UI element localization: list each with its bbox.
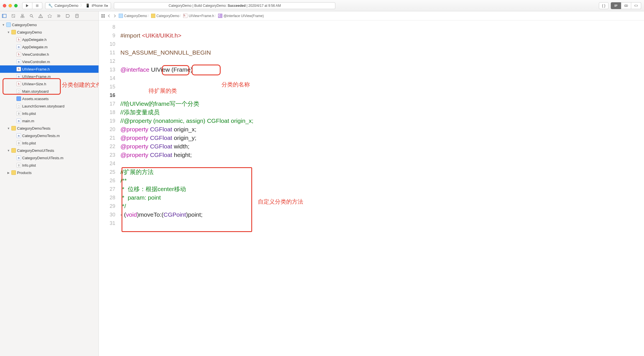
plist-icon: ≣ bbox=[16, 141, 21, 145]
code-line[interactable]: @property CGFloat height; bbox=[120, 151, 644, 159]
tree-row[interactable]: hUIView+Frame.h bbox=[0, 65, 99, 73]
code-line[interactable] bbox=[120, 40, 644, 48]
m-icon: m bbox=[16, 119, 21, 123]
svg-rect-12 bbox=[23, 16, 24, 18]
line-number: 28 bbox=[99, 193, 115, 202]
back-button[interactable] bbox=[107, 14, 111, 18]
run-button[interactable] bbox=[22, 2, 32, 9]
tree-row[interactable]: mUIView+Frame.m bbox=[0, 73, 99, 80]
line-number: 26 bbox=[99, 176, 115, 185]
tree-row[interactable]: ≣Info.plist bbox=[0, 110, 99, 117]
tree-row[interactable]: mViewController.m bbox=[0, 58, 99, 65]
jumpbar-crumb[interactable]: CategoryDemo bbox=[151, 14, 179, 18]
code-line[interactable] bbox=[120, 23, 644, 31]
project-tree[interactable]: ▼CategoryDemo▼CategoryDemohAppDelegate.h… bbox=[0, 20, 99, 356]
tree-row[interactable]: ▼CategoryDemo bbox=[0, 28, 99, 36]
m-icon: m bbox=[16, 156, 21, 160]
project-navigator-tab[interactable] bbox=[2, 13, 7, 18]
tree-row[interactable]: hUIView+Size.h bbox=[0, 80, 99, 88]
svg-rect-25 bbox=[103, 16, 105, 17]
issue-navigator-tab[interactable] bbox=[38, 13, 43, 18]
code-line[interactable] bbox=[120, 219, 644, 227]
code-line[interactable]: * 位移：根据center移动 bbox=[120, 185, 644, 193]
run-stop-segment bbox=[22, 2, 42, 9]
tree-row[interactable]: mCategoryDemoTests.m bbox=[0, 132, 99, 139]
code-line[interactable]: //@property (nonatomic, assign) CGFloat … bbox=[120, 117, 644, 125]
tree-row[interactable]: Assets.xcassets bbox=[0, 95, 99, 102]
code-line[interactable] bbox=[120, 91, 644, 100]
code-line[interactable]: * param: point bbox=[120, 193, 644, 202]
fullscreen-window-button[interactable] bbox=[14, 4, 18, 7]
tree-row[interactable]: ≣Info.plist bbox=[0, 139, 99, 147]
report-navigator-tab[interactable] bbox=[74, 13, 80, 18]
forward-button[interactable] bbox=[113, 14, 116, 18]
related-items-button[interactable] bbox=[101, 14, 105, 18]
source-control-navigator-tab[interactable] bbox=[11, 13, 16, 18]
code-line[interactable]: @property CGFloat origin_y; bbox=[120, 134, 644, 142]
code-line[interactable]: @property CGFloat width; bbox=[120, 142, 644, 151]
tree-row[interactable]: hViewController.h bbox=[0, 51, 99, 58]
debug-navigator-tab[interactable] bbox=[56, 13, 61, 18]
h-icon: h bbox=[183, 14, 187, 18]
disclosure-triangle[interactable]: ▼ bbox=[2, 23, 5, 26]
find-navigator-tab[interactable] bbox=[29, 13, 34, 18]
code-line[interactable]: /** bbox=[120, 176, 644, 185]
line-number: 20 bbox=[99, 125, 115, 134]
code-editor[interactable]: 8910111213141516171819202122232425262728… bbox=[99, 20, 644, 356]
tree-label: main.m bbox=[22, 119, 34, 123]
code-line[interactable]: //添加变量成员 bbox=[120, 108, 644, 117]
tree-row[interactable]: ▼CategoryDemoTests bbox=[0, 125, 99, 132]
code-line[interactable]: @interface UIView (Frame) bbox=[120, 65, 644, 74]
jumpbar-crumb[interactable]: CategoryDemo bbox=[119, 14, 147, 18]
disclosure-triangle[interactable]: ▶ bbox=[7, 171, 10, 174]
code-line[interactable] bbox=[120, 74, 644, 82]
code-line[interactable]: //扩展的方法 bbox=[120, 168, 644, 176]
tree-row[interactable]: mmain.m bbox=[0, 117, 99, 125]
activity-status[interactable]: CategoryDemo | Build CategoryDemo: Succe… bbox=[114, 2, 335, 9]
test-navigator-tab[interactable] bbox=[47, 13, 52, 18]
sb-icon: ⎕ bbox=[16, 89, 21, 94]
code-line[interactable]: NS_ASSUME_NONNULL_BEGIN bbox=[120, 48, 644, 57]
tree-row[interactable]: ▼CategoryDemo bbox=[0, 21, 99, 28]
tree-row[interactable]: ⎕LaunchScreen.storyboard bbox=[0, 102, 99, 110]
jumpbar-crumb[interactable]: hUIView+Frame.h bbox=[183, 14, 214, 18]
code-line[interactable]: */ bbox=[120, 202, 644, 210]
jumpbar-crumb[interactable]: C@interface UIView(Frame) bbox=[218, 14, 264, 18]
standard-editor-button[interactable] bbox=[611, 2, 621, 9]
line-number: 13 bbox=[99, 65, 115, 74]
symbol-navigator-tab[interactable] bbox=[20, 13, 25, 18]
tree-label: UIView+Frame.h bbox=[22, 67, 50, 71]
tree-label: Info.plist bbox=[22, 163, 36, 167]
code-line[interactable] bbox=[120, 159, 644, 168]
close-window-button[interactable] bbox=[3, 4, 6, 7]
disclosure-triangle[interactable]: ▼ bbox=[7, 127, 10, 130]
code-line[interactable]: //给UIView的frame写一个分类 bbox=[120, 100, 644, 108]
code-snippets-button[interactable]: { } bbox=[599, 2, 609, 9]
proj-icon bbox=[119, 14, 123, 18]
code-line[interactable] bbox=[120, 57, 644, 65]
code-line[interactable]: @property CGFloat origin_x; bbox=[120, 125, 644, 134]
scheme-selector[interactable]: 🔧 CategoryDemo 〉 📱 iPhone XR bbox=[45, 2, 111, 9]
svg-rect-17 bbox=[58, 16, 60, 16]
code-line[interactable] bbox=[120, 82, 644, 91]
code-line[interactable]: - (void)moveTo:(CGPoint)point; bbox=[120, 210, 644, 219]
tree-row[interactable]: ▶Products bbox=[0, 169, 99, 176]
line-number: 27 bbox=[99, 185, 115, 193]
code-line[interactable]: #import <UIKit/UIKit.h> bbox=[120, 31, 644, 40]
tree-row[interactable]: ▼CategoryDemoUITests bbox=[0, 147, 99, 154]
stop-button[interactable] bbox=[32, 2, 42, 9]
tree-row[interactable]: ≣Info.plist bbox=[0, 162, 99, 169]
breakpoint-navigator-tab[interactable] bbox=[65, 13, 70, 18]
folder-icon bbox=[11, 148, 16, 153]
disclosure-triangle[interactable]: ▼ bbox=[7, 31, 10, 34]
tree-row[interactable]: mAppDelegate.m bbox=[0, 43, 99, 51]
code-review-button[interactable] bbox=[631, 2, 641, 9]
tree-row[interactable]: ⎕Main.storyboard bbox=[0, 88, 99, 95]
disclosure-triangle[interactable]: ▼ bbox=[7, 149, 10, 152]
tree-row[interactable]: mCategoryDemoUITests.m bbox=[0, 154, 99, 162]
line-number: 16 bbox=[99, 91, 115, 100]
tree-row[interactable]: hAppDelegate.h bbox=[0, 36, 99, 43]
source-code[interactable]: #import <UIKit/UIKit.h> NS_ASSUME_NONNUL… bbox=[118, 20, 644, 356]
assistant-editor-button[interactable] bbox=[621, 2, 631, 9]
minimize-window-button[interactable] bbox=[9, 4, 12, 7]
